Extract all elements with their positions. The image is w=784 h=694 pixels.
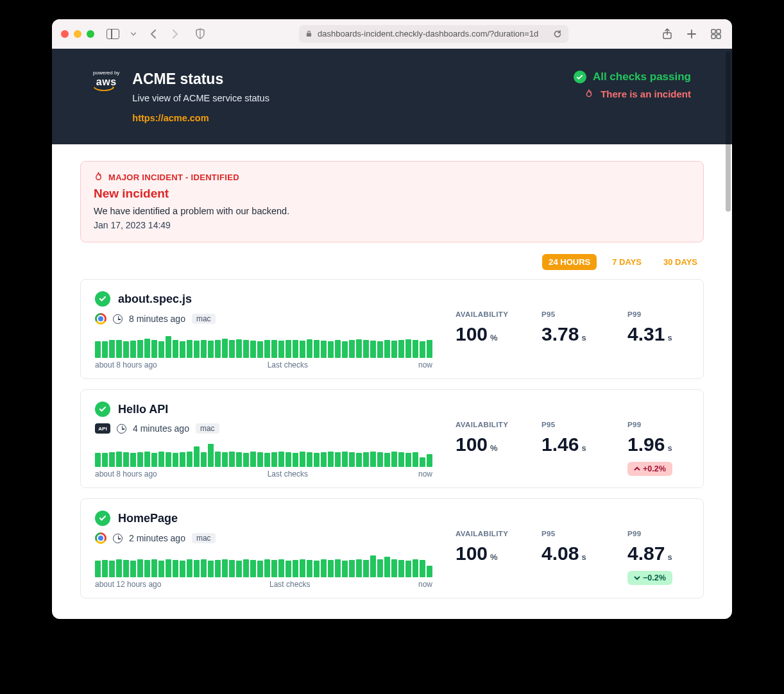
duration-7d[interactable]: 7 DAYS xyxy=(606,254,648,270)
url-text: dashboards-incident.checkly-dashboards.c… xyxy=(318,29,538,38)
duration-30d[interactable]: 30 DAYS xyxy=(657,254,704,270)
timeline-mid-label: Last checks xyxy=(268,470,308,478)
back-button[interactable] xyxy=(147,27,161,41)
metric-value: 100% xyxy=(456,323,517,345)
close-window-button[interactable] xyxy=(61,30,69,38)
svg-rect-5 xyxy=(717,35,720,38)
check-circle-icon xyxy=(95,291,110,307)
timeline-bars xyxy=(95,552,432,577)
check-card[interactable]: about.spec.js8 minutes agomacabout 8 hou… xyxy=(80,279,704,379)
check-circle-icon xyxy=(574,71,586,83)
duration-24h[interactable]: 24 HOURS xyxy=(542,254,597,270)
flame-icon xyxy=(584,89,594,99)
metric-label: P99 xyxy=(627,310,689,318)
duration-tabs: 24 HOURS 7 DAYS 30 DAYS xyxy=(80,254,704,270)
last-run-ago: 2 minutes ago xyxy=(129,533,185,543)
svg-rect-2 xyxy=(712,30,715,33)
timeline-from-label: about 8 hours ago xyxy=(95,470,157,478)
app-header: powered by aws ACME status Live view of … xyxy=(52,49,732,144)
metric-value: 3.78s xyxy=(541,323,603,345)
metric-value: 100% xyxy=(456,434,517,455)
check-circle-icon xyxy=(95,511,110,526)
chevron-down-icon xyxy=(634,575,640,581)
delta-badge: −0.2% xyxy=(627,571,672,585)
chrome-icon xyxy=(95,532,107,544)
check-card[interactable]: HomePage2 minutes agomacabout 12 hours a… xyxy=(80,498,704,598)
timeline-bars xyxy=(95,441,432,467)
metric-value: 1.96s xyxy=(627,434,689,455)
address-bar[interactable]: dashboards-incident.checkly-dashboards.c… xyxy=(299,25,568,43)
incident-timestamp: Jan 17, 2023 14:49 xyxy=(94,220,690,230)
metric-value: 100% xyxy=(456,543,517,564)
minimize-window-button[interactable] xyxy=(74,30,81,38)
timeline-mid-label: Last checks xyxy=(269,580,310,589)
metric-label: AVAILABILITY xyxy=(456,530,517,537)
timeline-from-label: about 8 hours ago xyxy=(95,360,157,369)
metric-label: AVAILABILITY xyxy=(456,421,517,428)
browser-chrome: dashboards-incident.checkly-dashboards.c… xyxy=(52,19,732,49)
check-name: about.spec.js xyxy=(118,292,192,306)
incident-banner: MAJOR INCIDENT - IDENTIFIED New incident… xyxy=(80,161,704,242)
chevron-up-icon xyxy=(634,466,640,472)
api-badge: API xyxy=(95,423,110,434)
window-controls xyxy=(61,30,94,38)
incident-tag: MAJOR INCIDENT - IDENTIFIED xyxy=(108,173,239,182)
check-card[interactable]: Hello APIAPI4 minutes agomacabout 8 hour… xyxy=(80,389,704,488)
chevron-down-icon[interactable] xyxy=(126,27,141,41)
metric-label: P95 xyxy=(541,421,603,428)
delta-badge: +0.2% xyxy=(627,462,672,476)
metric-label: AVAILABILITY xyxy=(456,310,517,318)
forward-button[interactable] xyxy=(167,27,182,41)
metric-value: 4.08s xyxy=(541,543,603,564)
clock-icon xyxy=(113,534,123,543)
incident-title: New incident xyxy=(94,187,690,201)
page-subtitle: Live view of ACME service status xyxy=(132,93,269,103)
timeline-now-label: now xyxy=(418,470,432,478)
incident-indicator-row: There is an incident xyxy=(574,89,691,99)
powered-by-aws-badge: powered by aws xyxy=(93,71,119,93)
timeline-mid-label: Last checks xyxy=(268,360,308,369)
last-run-ago: 8 minutes ago xyxy=(129,314,185,324)
aws-smile-icon xyxy=(93,87,115,93)
platform-tag: mac xyxy=(196,423,219,434)
timeline-now-label: now xyxy=(418,580,432,589)
svg-rect-0 xyxy=(307,33,311,37)
metric-label: P99 xyxy=(627,530,689,537)
clock-icon xyxy=(117,424,126,434)
platform-tag: mac xyxy=(192,314,216,324)
metric-label: P95 xyxy=(541,530,603,537)
tabs-overview-button[interactable] xyxy=(709,27,723,41)
last-run-ago: 4 minutes ago xyxy=(133,423,189,434)
timeline-from-label: about 12 hours ago xyxy=(95,580,161,589)
svg-rect-3 xyxy=(717,30,720,33)
timeline-now-label: now xyxy=(418,360,432,369)
metric-value: 4.31s xyxy=(627,323,689,345)
platform-tag: mac xyxy=(192,533,216,543)
metric-value: 1.46s xyxy=(541,434,603,455)
scrollbar[interactable] xyxy=(726,51,731,212)
zoom-window-button[interactable] xyxy=(87,30,94,38)
timeline-bars xyxy=(95,332,432,358)
sidebar-toggle-button[interactable] xyxy=(106,27,120,41)
incident-body: We have identified a problem with our ba… xyxy=(94,206,690,216)
check-name: HomePage xyxy=(118,512,178,525)
metric-label: P95 xyxy=(541,310,603,318)
new-tab-button[interactable] xyxy=(685,27,699,41)
metric-label: P99 xyxy=(627,421,689,428)
page-title: ACME status xyxy=(132,71,269,88)
chrome-icon xyxy=(95,313,107,325)
reload-button[interactable] xyxy=(553,30,562,38)
share-button[interactable] xyxy=(660,27,674,41)
check-name: Hello API xyxy=(118,403,168,416)
lock-icon xyxy=(305,30,312,37)
metric-value: 4.87s xyxy=(627,543,689,564)
site-link[interactable]: https://acme.com xyxy=(132,113,209,123)
shield-icon[interactable] xyxy=(193,27,207,41)
flame-icon xyxy=(94,172,103,183)
clock-icon xyxy=(113,314,123,324)
all-checks-passing-row: All checks passing xyxy=(574,71,691,83)
check-circle-icon xyxy=(95,402,110,417)
svg-rect-4 xyxy=(712,35,715,38)
browser-window: dashboards-incident.checkly-dashboards.c… xyxy=(52,19,732,619)
